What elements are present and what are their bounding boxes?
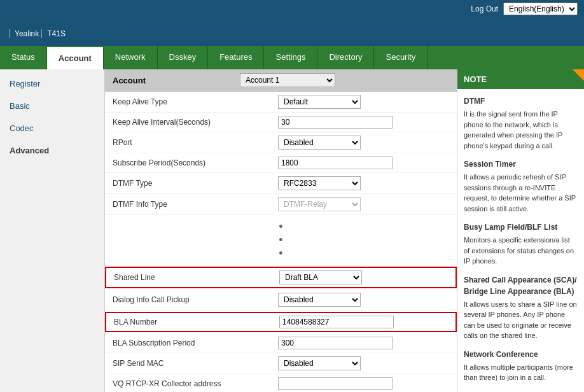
content-area: Account Account 1Account 2Account 3Accou… [105, 69, 457, 392]
logout-button[interactable]: Log Out [471, 4, 498, 13]
field-label: Keep Alive Interval(Seconds) [113, 118, 278, 127]
header: YealinkT41S [0, 18, 584, 46]
model-label: T41S [41, 29, 66, 38]
form-row: BLA Number [105, 312, 457, 332]
note-section-body: Monitors a specific extension/a list of … [464, 235, 578, 267]
note-section-title: Session Timer [464, 158, 578, 170]
field-select[interactable]: DTMF-RelayDTMFRFC2833 [278, 197, 361, 211]
form-row: Dialog Info Call PickupDisabledEnabled [105, 290, 457, 311]
nav-item-status[interactable]: Status [0, 46, 47, 69]
field-input[interactable] [278, 377, 393, 390]
field-select[interactable]: DisabledEnabled [278, 356, 361, 370]
field-select[interactable]: Draft BLASCABLA [279, 270, 362, 284]
form-row: Subscribe Period(Seconds) [105, 153, 457, 173]
form-row: VQ RTCP-XR Collector address [105, 374, 457, 392]
form-row: DTMF TypeRFC2833DTMFDTMF-Relay [105, 173, 457, 194]
top-bar: Log Out English(English) [0, 0, 584, 18]
sidebar-item-advanced[interactable]: Advanced [0, 139, 104, 162]
note-section-body: It allows multiple participants (more th… [464, 362, 578, 383]
language-select[interactable]: English(English) [503, 3, 578, 15]
brand-logo: YealinkT41S [6, 24, 66, 40]
form-row: Shared LineDraft BLASCABLA [105, 267, 457, 288]
field-label: VQ RTCP-XR Collector address [113, 379, 278, 388]
nav-item-directory[interactable]: Directory [317, 46, 374, 69]
account-select-wrap: Account 1Account 2Account 3Account 4Acco… [240, 73, 335, 87]
note-section-body: It allows users to share a SIP line on s… [464, 299, 578, 341]
field-select[interactable]: DefaultOption 1 [278, 95, 361, 109]
sidebar-item-codec[interactable]: Codec [0, 117, 104, 139]
field-label: Subscribe Period(Seconds) [113, 158, 278, 167]
sidebar-item-register[interactable]: Register [0, 73, 104, 95]
field-control: Draft BLASCABLA [279, 270, 362, 284]
account-select[interactable]: Account 1Account 2Account 3Account 4Acco… [240, 73, 335, 87]
note-section: Shared Call Appearance (SCA)/ Bridge Lin… [464, 274, 578, 341]
field-control [278, 377, 393, 390]
nav-item-dsskey[interactable]: Dsskey [158, 46, 209, 69]
nav-item-settings[interactable]: Settings [264, 46, 317, 69]
sidebar: RegisterBasicCodecAdvanced [0, 69, 105, 392]
sidebar-item-basic[interactable]: Basic [0, 95, 104, 117]
form-row: RPortDisabledEnabled [105, 132, 457, 153]
form-row: BLA Subscription Period [105, 333, 457, 353]
note-section-body: It is the signal sent from the IP phone … [464, 109, 578, 151]
form-row: SIP Send MACDisabledEnabled [105, 353, 457, 374]
ellipsis: ••• [105, 215, 457, 265]
nav-item-account[interactable]: Account [47, 46, 104, 69]
note-section-title: Busy Lamp Field/BLF List [464, 221, 578, 233]
note-section: Busy Lamp Field/BLF ListMonitors a speci… [464, 221, 578, 267]
note-body: DTMFIt is the signal sent from the IP ph… [457, 89, 584, 392]
field-input[interactable] [278, 337, 393, 349]
field-control [278, 337, 393, 349]
note-section-body: It allows a periodic refresh of SIP sess… [464, 172, 578, 214]
field-control: DisabledEnabled [278, 356, 361, 370]
field-label: Dialog Info Call Pickup [113, 295, 278, 304]
note-section: Network ConferenceIt allows multiple par… [464, 349, 578, 383]
note-section-title: Network Conference [464, 349, 578, 360]
account-header-label: Account [113, 76, 240, 85]
field-label: SIP Send MAC [113, 359, 278, 368]
field-label: BLA Number [114, 318, 279, 326]
field-control [279, 316, 394, 328]
nav-item-network[interactable]: Network [104, 46, 158, 69]
note-panel: NOTE DTMFIt is the signal sent from the … [457, 69, 584, 392]
field-control: DTMF-RelayDTMFRFC2833 [278, 197, 361, 211]
field-input[interactable] [278, 157, 393, 169]
nav-item-features[interactable]: Features [208, 46, 264, 69]
field-label: DTMF Info Type [113, 200, 278, 209]
field-control [278, 157, 393, 169]
field-label: DTMF Type [113, 179, 278, 188]
field-select[interactable]: RFC2833DTMFDTMF-Relay [278, 176, 361, 190]
nav-item-security[interactable]: Security [374, 46, 428, 69]
note-section-title: Shared Call Appearance (SCA)/ Bridge Lin… [464, 274, 578, 297]
note-section: Session TimerIt allows a periodic refres… [464, 158, 578, 214]
note-section-title: DTMF [464, 95, 578, 107]
field-control: RFC2833DTMFDTMF-Relay [278, 176, 361, 190]
form-row: DTMF Info TypeDTMF-RelayDTMFRFC2833 [105, 194, 457, 215]
field-label: RPort [113, 138, 278, 147]
field-select[interactable]: DisabledEnabled [278, 136, 361, 150]
field-control: DisabledEnabled [278, 293, 361, 307]
form-row: Keep Alive Interval(Seconds) [105, 113, 457, 132]
field-input[interactable] [278, 116, 393, 129]
account-header-row: Account Account 1Account 2Account 3Accou… [105, 69, 457, 92]
note-header: NOTE [457, 69, 584, 89]
field-control: DisabledEnabled [278, 136, 361, 150]
main-content: RegisterBasicCodecAdvanced Account Accou… [0, 69, 584, 392]
field-input[interactable] [279, 316, 394, 328]
field-control: DefaultOption 1 [278, 95, 361, 109]
field-label: Keep Alive Type [113, 97, 278, 106]
note-section: DTMFIt is the signal sent from the IP ph… [464, 95, 578, 151]
field-control [278, 116, 393, 129]
field-select[interactable]: DisabledEnabled [278, 293, 361, 307]
field-label: BLA Subscription Period [113, 339, 278, 347]
field-label: Shared Line [114, 273, 279, 282]
main-nav: StatusAccountNetworkDsskeyFeaturesSettin… [0, 46, 584, 69]
form-row: Keep Alive TypeDefaultOption 1 [105, 92, 457, 113]
